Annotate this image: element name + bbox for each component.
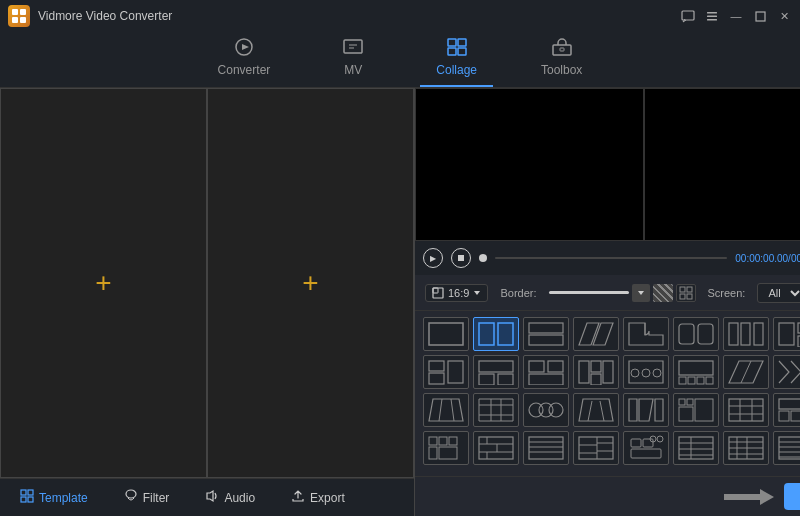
left-panel: + + Template xyxy=(0,88,415,516)
template-r2-5[interactable] xyxy=(623,355,669,389)
template-row-2 xyxy=(423,355,800,389)
audio-icon xyxy=(205,489,219,506)
svg-rect-82 xyxy=(687,399,693,405)
svg-point-118 xyxy=(657,436,663,442)
tab-collage[interactable]: Collage xyxy=(420,31,493,87)
svg-rect-55 xyxy=(479,374,494,385)
template-single[interactable] xyxy=(423,317,469,351)
svg-rect-30 xyxy=(680,287,685,292)
template-button[interactable]: Template xyxy=(12,485,96,510)
svg-rect-47 xyxy=(754,323,763,345)
template-r3-5[interactable] xyxy=(623,393,669,427)
add-media-icon-2: + xyxy=(302,267,318,299)
template-r4-2[interactable] xyxy=(473,431,519,465)
template-r4-7[interactable] xyxy=(723,431,769,465)
tab-toolbox[interactable]: Toolbox xyxy=(525,31,598,87)
hamburger-icon[interactable] xyxy=(704,8,720,24)
svg-rect-81 xyxy=(679,399,685,405)
template-r3-1[interactable] xyxy=(423,393,469,427)
template-r2-4[interactable] xyxy=(573,355,619,389)
template-r2-1[interactable] xyxy=(423,355,469,389)
export-toolbar-button[interactable]: Export xyxy=(283,485,353,510)
collage-cell-2[interactable]: + xyxy=(207,88,414,478)
export-button[interactable]: Export xyxy=(784,483,800,510)
preview-area xyxy=(415,88,800,241)
template-2row[interactable] xyxy=(523,317,569,351)
svg-rect-27 xyxy=(433,288,438,293)
svg-point-78 xyxy=(549,403,563,417)
titlebar: Vidmore Video Converter — ✕ xyxy=(0,0,800,32)
svg-line-79 xyxy=(588,401,592,421)
template-r4-1[interactable] xyxy=(423,431,469,465)
svg-rect-24 xyxy=(458,255,464,261)
template-r4-8[interactable] xyxy=(773,431,800,465)
svg-rect-120 xyxy=(679,437,713,459)
svg-rect-6 xyxy=(707,16,717,18)
template-r3-7[interactable] xyxy=(723,393,769,427)
border-pattern[interactable] xyxy=(653,284,673,302)
svg-rect-2 xyxy=(12,17,18,23)
mv-icon xyxy=(342,37,364,60)
preview-left xyxy=(415,88,644,241)
collage-cell-1[interactable]: + xyxy=(0,88,207,478)
svg-rect-59 xyxy=(529,374,563,385)
template-rounded-pair[interactable] xyxy=(673,317,719,351)
svg-line-73 xyxy=(741,361,751,383)
svg-rect-60 xyxy=(579,361,589,383)
border-slider[interactable] xyxy=(549,291,629,294)
svg-rect-51 xyxy=(429,361,444,371)
screen-select[interactable]: All 1 2 xyxy=(757,283,800,303)
template-r4-4[interactable] xyxy=(573,431,619,465)
svg-rect-95 xyxy=(439,437,447,445)
template-2col[interactable] xyxy=(473,317,519,351)
close-button[interactable]: ✕ xyxy=(776,8,792,24)
template-r3-4[interactable] xyxy=(573,393,619,427)
window-controls: — ✕ xyxy=(680,8,792,24)
svg-rect-68 xyxy=(679,377,686,384)
svg-rect-43 xyxy=(679,324,694,344)
template-r2-6[interactable] xyxy=(673,355,719,389)
tab-mv[interactable]: MV xyxy=(318,31,388,87)
tab-converter[interactable]: Converter xyxy=(202,31,287,87)
template-r2-3[interactable] xyxy=(523,355,569,389)
svg-rect-52 xyxy=(429,373,444,384)
stop-button[interactable] xyxy=(451,248,471,268)
template-r4-6[interactable] xyxy=(673,431,719,465)
play-button[interactable]: ▶ xyxy=(423,248,443,268)
ratio-button[interactable]: 16:9 xyxy=(425,284,488,302)
svg-rect-70 xyxy=(697,377,704,384)
message-icon[interactable] xyxy=(680,8,696,24)
template-label: Template xyxy=(39,491,88,505)
svg-rect-12 xyxy=(448,39,456,46)
svg-rect-54 xyxy=(479,361,513,372)
template-r2-2[interactable] xyxy=(473,355,519,389)
template-2l2r[interactable] xyxy=(773,317,800,351)
minimize-button[interactable]: — xyxy=(728,8,744,24)
template-r3-2[interactable] xyxy=(473,393,519,427)
template-r3-8[interactable] xyxy=(773,393,800,427)
template-3col[interactable] xyxy=(723,317,769,351)
svg-rect-18 xyxy=(21,490,26,495)
playhead[interactable] xyxy=(479,254,487,262)
border-dropdown[interactable] xyxy=(632,284,650,302)
template-r3-3[interactable] xyxy=(523,393,569,427)
template-r2-7[interactable] xyxy=(723,355,769,389)
template-r4-5[interactable] xyxy=(623,431,669,465)
audio-button[interactable]: Audio xyxy=(197,485,263,510)
maximize-button[interactable] xyxy=(752,8,768,24)
svg-rect-71 xyxy=(706,377,713,384)
template-r4-3[interactable] xyxy=(523,431,569,465)
filter-button[interactable]: Filter xyxy=(116,485,178,510)
svg-rect-48 xyxy=(779,323,794,345)
svg-point-64 xyxy=(631,369,639,377)
progress-track[interactable] xyxy=(495,257,727,259)
border-grid[interactable] xyxy=(676,284,696,302)
svg-rect-94 xyxy=(429,437,437,445)
border-label: Border: xyxy=(500,287,536,299)
svg-rect-15 xyxy=(458,48,466,55)
svg-rect-119 xyxy=(631,449,661,458)
template-puzzle[interactable] xyxy=(623,317,669,351)
template-para[interactable] xyxy=(573,317,619,351)
template-r2-8[interactable] xyxy=(773,355,800,389)
template-r3-6[interactable] xyxy=(673,393,719,427)
